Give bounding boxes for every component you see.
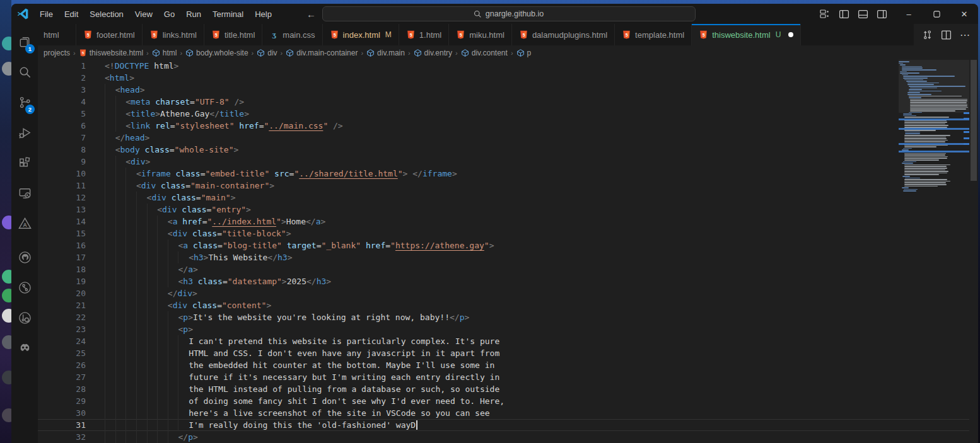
line-content[interactable]: <div class="main"> — [87, 192, 969, 204]
line-number[interactable]: 14 — [38, 216, 87, 227]
code-line-12[interactable]: 12<div class="main"> — [38, 192, 969, 204]
back-arrow-icon[interactable]: ← — [306, 9, 316, 20]
code-line-28[interactable]: 28the HTML instead of pulling from a dat… — [38, 383, 969, 395]
code-line-31[interactable]: 31I'm really doing this the 'old-fashion… — [38, 419, 969, 431]
breadcrumb-item-div.main-container[interactable]: div.main-container — [286, 49, 358, 57]
explorer-icon[interactable]: 1 — [11, 26, 38, 57]
line-content[interactable]: <link rel="stylesheet" href="../main.css… — [87, 120, 969, 132]
code-line-25[interactable]: 25HTML and CSS. I don't even have any ja… — [38, 347, 969, 359]
breadcrumb-item-div.content[interactable]: div.content — [461, 49, 508, 57]
line-number[interactable]: 15 — [38, 227, 87, 239]
gitlens-icon[interactable] — [11, 272, 38, 302]
line-number[interactable]: 2 — [38, 72, 87, 84]
code-line-27[interactable]: 27future if it's necessary but I'm writi… — [38, 371, 969, 383]
code-line-16[interactable]: 16<a class="blog-title" target="_blank" … — [38, 239, 969, 251]
gitlens-inspect-icon[interactable] — [11, 302, 38, 333]
code-line-4[interactable]: 4<meta charset="UTF-8" /> — [38, 96, 969, 108]
line-content[interactable]: <iframe class="embed-title" src="../shar… — [87, 168, 969, 180]
tab-index.html[interactable]: 5index.htmlM — [323, 24, 399, 45]
minimap[interactable] — [899, 60, 969, 443]
menu-terminal[interactable]: Terminal — [207, 7, 249, 21]
code-line-15[interactable]: 15<div class="title-block"> — [38, 227, 969, 239]
line-content[interactable]: <title>Athene.Gay</title> — [87, 108, 969, 120]
line-content[interactable]: I'm really doing this the 'old-fashioned… — [87, 419, 969, 431]
line-number[interactable]: 24 — [38, 335, 87, 347]
line-content[interactable]: the HTML instead of pulling from a datab… — [87, 383, 969, 395]
line-content[interactable]: <html> — [87, 72, 969, 84]
line-content[interactable]: <a class="blog-title" target="_blank" hr… — [87, 239, 969, 251]
source-control-icon[interactable]: 2 — [11, 87, 38, 117]
line-content[interactable]: <div> — [87, 156, 969, 168]
line-number[interactable]: 32 — [38, 431, 87, 443]
line-number[interactable]: 19 — [38, 275, 87, 287]
menu-selection[interactable]: Selection — [84, 7, 129, 21]
line-number[interactable]: 29 — [38, 395, 87, 407]
line-content[interactable]: of doing some fancy shit I don't see why… — [87, 395, 969, 407]
vertical-scrollbar[interactable] — [969, 60, 978, 443]
code-line-22[interactable]: 22<p>It's the website you're looking at … — [38, 311, 969, 323]
code-line-26[interactable]: 26the embedded hit counter at the bottom… — [38, 359, 969, 371]
line-content[interactable]: <body class="whole-site"> — [87, 144, 969, 156]
line-content[interactable]: the embedded hit counter at the bottom. … — [87, 359, 969, 371]
triangle-a-extension-icon[interactable]: A — [11, 208, 38, 238]
minimize-button[interactable]: – — [895, 4, 923, 24]
line-number[interactable]: 3 — [38, 84, 87, 96]
godot-tools-icon[interactable] — [11, 333, 38, 363]
menu-view[interactable]: View — [129, 7, 158, 21]
code-line-21[interactable]: 21<div class="content"> — [38, 299, 969, 311]
line-content[interactable]: <p> — [87, 323, 969, 335]
line-content[interactable]: I can't pretend this website is particul… — [87, 335, 969, 347]
breadcrumb-item-div.main[interactable]: div.main — [366, 49, 405, 57]
maximize-button[interactable] — [923, 4, 950, 24]
line-number[interactable]: 23 — [38, 323, 87, 335]
line-content[interactable]: <meta charset="UTF-8" /> — [87, 96, 969, 108]
line-content[interactable]: <div class="title-block"> — [87, 227, 969, 239]
line-number[interactable]: 22 — [38, 311, 87, 323]
toggle-panel-icon[interactable] — [853, 6, 872, 22]
line-number[interactable]: 9 — [38, 156, 87, 168]
breadcrumb-item-html[interactable]: html — [152, 49, 177, 57]
line-content[interactable]: <p>It's the website you're looking at ri… — [87, 311, 969, 323]
run-and-debug-icon[interactable] — [11, 117, 38, 147]
breadcrumb-item-div[interactable]: div — [257, 49, 277, 57]
line-content[interactable]: <div class="content"> — [87, 299, 969, 311]
code-line-20[interactable]: 20</div> — [38, 287, 969, 299]
tab-footer.html[interactable]: 5footer.html — [76, 24, 143, 45]
customize-layout-icon[interactable] — [815, 6, 834, 22]
tab-title.html[interactable]: 5title.html — [204, 24, 262, 45]
menu-help[interactable]: Help — [249, 7, 277, 21]
code-line-24[interactable]: 24I can't pretend this website is partic… — [38, 335, 969, 347]
code-line-8[interactable]: 8<body class="whole-site"> — [38, 144, 969, 156]
line-number[interactable]: 1 — [38, 60, 87, 72]
scrollbar-thumb[interactable] — [971, 60, 977, 181]
tab-dalamudplugins.html[interactable]: 5dalamudplugins.html — [512, 24, 615, 45]
code-line-17[interactable]: 17<h3>This Website</h3> — [38, 251, 969, 263]
minimap-slider[interactable] — [899, 60, 969, 113]
menu-file[interactable]: File — [34, 7, 59, 21]
close-button[interactable]: ✕ — [950, 4, 978, 24]
breadcrumb-item-thiswebsite.html[interactable]: 5thiswebsite.html — [79, 49, 143, 57]
line-number[interactable]: 10 — [38, 168, 87, 180]
tab-1.html[interactable]: 51.html — [399, 24, 449, 45]
code-line-30[interactable]: 30here's a live screenshot of the site i… — [38, 407, 969, 419]
code-line-5[interactable]: 5<title>Athene.Gay</title> — [38, 108, 969, 120]
code-line-6[interactable]: 6<link rel="stylesheet" href="../main.cs… — [38, 120, 969, 132]
line-number[interactable]: 6 — [38, 120, 87, 132]
toggle-secondary-sidebar-icon[interactable] — [872, 6, 891, 22]
menu-run[interactable]: Run — [180, 7, 207, 21]
breadcrumb-item-div.entry[interactable]: div.entry — [414, 49, 452, 57]
open-changes-icon[interactable] — [919, 26, 935, 43]
line-number[interactable]: 21 — [38, 299, 87, 311]
line-content[interactable]: <h3 class="datestamp">2025</h3> — [87, 275, 969, 287]
tab-html[interactable]: html — [38, 24, 76, 45]
tab-miku.html[interactable]: 5miku.html — [449, 24, 512, 45]
code-line-2[interactable]: 2<html> — [38, 72, 969, 84]
remote-explorer-icon[interactable] — [11, 178, 38, 208]
line-content[interactable]: <a href="../index.html">Home</a> — [87, 216, 969, 227]
line-number[interactable]: 31 — [38, 419, 87, 431]
code-line-9[interactable]: 9<div> — [38, 156, 969, 168]
line-number[interactable]: 12 — [38, 192, 87, 204]
line-content[interactable]: </p> — [87, 431, 969, 443]
code-line-18[interactable]: 18</a> — [38, 263, 969, 275]
line-content[interactable]: future if it's necessary but I'm writing… — [87, 371, 969, 383]
